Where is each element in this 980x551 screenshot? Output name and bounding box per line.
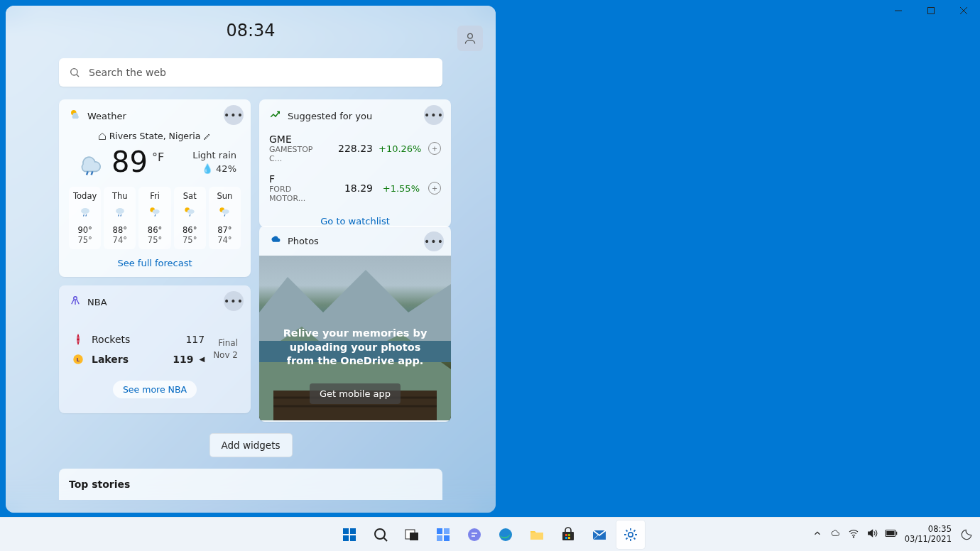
svg-rect-44 [565,537,567,539]
widgets-panel: 08:34 Weather ••• [6,6,496,513]
system-tray: 08:35 03/11/2021 [812,525,974,545]
stocks-more-button[interactable]: ••• [424,105,444,125]
svg-rect-27 [350,528,356,534]
forecast-day[interactable]: Thu 88° 74° [104,187,136,249]
account-button[interactable] [457,26,483,51]
svg-rect-37 [444,535,450,541]
svg-point-38 [468,528,481,541]
team-name: Lakers [92,349,129,369]
file-explorer-button[interactable] [523,520,551,549]
watchlist-link[interactable]: Go to watchlist [269,216,441,227]
taskbar-search-button[interactable] [366,520,395,549]
svg-point-17 [77,339,80,341]
forecast-day[interactable]: Today 90° 75° [69,187,101,249]
svg-line-31 [384,538,388,541]
team-score: 117 [180,329,205,349]
svg-point-15 [222,209,229,214]
rain-icon [69,204,101,219]
nba-icon [69,294,82,310]
weather-title: Weather [87,111,126,121]
weather-temperature: 89 [111,146,148,178]
svg-line-6 [77,75,79,77]
stock-price: 18.29 [333,182,373,194]
weather-forecast-link[interactable]: See full forecast [69,258,241,268]
edit-icon[interactable] [203,132,212,141]
onedrive-icon [269,233,282,249]
stock-change: +1.55% [379,183,420,194]
nba-widget[interactable]: NBA ••• Rockets 117 L Lakers [59,285,251,413]
store-button[interactable] [554,520,582,549]
svg-rect-26 [343,528,349,534]
weather-condition: Light rain [192,148,236,163]
forecast-day[interactable]: Fri 86° 75° [138,187,170,249]
stock-row[interactable]: GME GAMESTOP C... 228.23 +10.26% ＋ [269,133,441,163]
svg-rect-33 [410,533,418,540]
top-stories-header[interactable]: Top stories [59,469,442,500]
mail-button[interactable] [585,520,614,549]
team-row: Rockets 117 [72,329,205,349]
start-button[interactable] [335,520,364,549]
photos-widget[interactable]: Photos ••• Relive your memories by upl [259,226,451,422]
svg-rect-40 [530,533,543,540]
svg-point-48 [853,537,854,538]
volume-icon[interactable] [866,528,878,541]
photos-more-button[interactable]: ••• [424,231,444,251]
lakers-logo-icon: L [72,353,85,366]
nba-more-link[interactable]: See more NBA [113,381,197,398]
weather-location[interactable]: Rivers State, Nigeria [69,131,241,141]
forecast-day[interactable]: Sat 86° 75° [174,187,206,249]
svg-rect-28 [343,535,349,541]
close-button[interactable] [947,0,980,21]
game-status: Final [213,337,238,349]
svg-point-13 [187,209,195,214]
taskbar: 08:35 03/11/2021 [0,517,980,551]
stock-change: +10.26% [379,143,420,154]
home-icon [98,132,107,141]
team-score: 119 [169,349,193,369]
add-widgets-button[interactable]: Add widgets [209,433,293,457]
photos-title: Photos [288,236,319,246]
nba-title: NBA [87,297,107,307]
weather-more-button[interactable]: ••• [224,105,244,125]
svg-point-5 [71,69,77,75]
svg-rect-36 [437,535,442,541]
add-stock-button[interactable]: ＋ [428,182,441,195]
svg-rect-43 [568,534,570,536]
game-date: Nov 2 [213,349,238,361]
photos-hero-text: Relive your memories by uploading your p… [259,327,451,369]
search-input[interactable] [89,67,432,78]
forecast-day[interactable]: Sun 87° 74° [209,187,241,249]
stock-symbol: GME [269,133,327,145]
widgets-button[interactable] [429,520,457,549]
stocks-title: Suggested for you [288,111,372,121]
nba-game[interactable]: Rockets 117 L Lakers 119 ◀ Final [69,329,241,369]
battery-icon[interactable] [885,529,898,540]
wifi-icon[interactable] [848,528,859,541]
edge-button[interactable] [491,520,520,549]
maximize-button[interactable] [915,0,947,21]
search-bar[interactable] [59,58,442,87]
nba-more-button[interactable]: ••• [224,291,244,311]
weather-widget[interactable]: Weather ••• Rivers State, Nigeria 89 [59,99,251,277]
stocks-widget[interactable]: Suggested for you ••• GME GAMESTOP C... … [259,99,451,227]
weather-icon [69,108,82,124]
minimize-button[interactable] [882,0,915,21]
partly-sunny-rain-icon [209,204,241,219]
svg-point-4 [468,33,473,38]
get-mobile-app-button[interactable]: Get mobile app [310,383,401,404]
svg-rect-42 [565,534,567,536]
svg-point-47 [628,532,633,536]
partly-sunny-rain-icon [138,204,170,219]
onedrive-tray-icon[interactable] [829,528,841,541]
stock-row[interactable]: F FORD MOTOR... 18.29 +1.55% ＋ [269,173,441,203]
svg-text:L: L [77,357,80,363]
weather-precip: 💧 42% [192,162,236,176]
add-stock-button[interactable]: ＋ [428,142,441,155]
notifications-button[interactable] [959,527,974,542]
chat-button[interactable] [460,520,489,549]
task-view-button[interactable] [398,520,426,549]
taskbar-clock[interactable]: 08:35 03/11/2021 [905,525,952,545]
svg-point-11 [153,209,160,214]
tray-overflow-button[interactable] [812,528,822,540]
settings-button[interactable] [616,520,645,549]
